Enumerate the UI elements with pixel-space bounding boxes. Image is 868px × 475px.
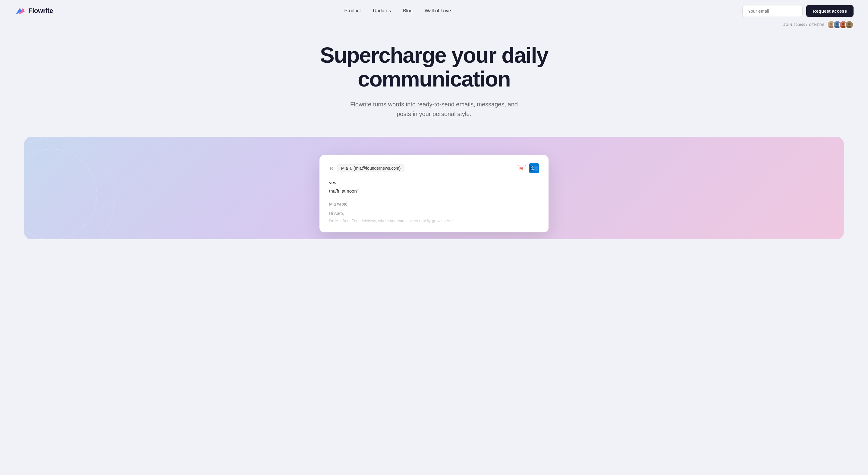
avatar-4 [845, 21, 854, 29]
demo-area: To Mia T. (mia@foundernews.com) M [24, 137, 844, 239]
social-proof-text: JOIN 20,000+ OTHERS [783, 23, 825, 27]
request-access-button[interactable]: Request access [806, 5, 854, 17]
email-card: To Mia T. (mia@foundernews.com) M [319, 155, 549, 232]
avatar-group [827, 21, 854, 29]
svg-text:M: M [519, 166, 523, 171]
email-to-row: To Mia T. (mia@foundernews.com) M [329, 163, 539, 173]
email-card-fade [319, 208, 549, 232]
email-draft-line1: yes [329, 179, 539, 186]
navbar: Flowrite Product Updates Blog Wall of Lo… [0, 0, 868, 22]
hero-heading: Supercharge your daily communication [313, 43, 555, 91]
email-mia-wrote: Mia wrote: [329, 201, 539, 208]
nav-links: Product Updates Blog Wall of Love [344, 8, 451, 13]
svg-point-10 [841, 26, 845, 28]
svg-point-9 [842, 23, 845, 25]
nav-product[interactable]: Product [344, 8, 361, 13]
svg-point-7 [835, 26, 839, 28]
logo-link[interactable]: Flowrite [14, 5, 53, 16]
svg-point-13 [847, 26, 851, 28]
email-draft-line2: thu/fri at noon? [329, 187, 539, 195]
svg-point-3 [830, 23, 833, 25]
email-icons: M [517, 163, 539, 173]
svg-point-4 [829, 26, 833, 28]
svg-point-6 [836, 23, 839, 25]
nav-updates[interactable]: Updates [373, 8, 391, 13]
email-to-label: To [329, 166, 334, 170]
nav-blog[interactable]: Blog [403, 8, 412, 13]
logo-text: Flowrite [28, 7, 53, 15]
logo-icon [14, 5, 25, 16]
gmail-icon: M [517, 163, 527, 173]
email-to-chip: Mia T. (mia@foundernews.com) [337, 164, 405, 172]
nav-wall-of-love[interactable]: Wall of Love [425, 8, 451, 13]
hero-section: Supercharge your daily communication Flo… [0, 31, 868, 137]
hero-subtext: Flowrite turns words into ready-to-send … [350, 99, 518, 119]
outlook-icon [529, 163, 539, 173]
nav-cta: Request access [742, 5, 854, 17]
svg-point-20 [532, 167, 533, 169]
social-proof-bar: JOIN 20,000+ OTHERS [0, 21, 868, 29]
svg-point-12 [848, 23, 851, 25]
email-input[interactable] [742, 5, 803, 17]
